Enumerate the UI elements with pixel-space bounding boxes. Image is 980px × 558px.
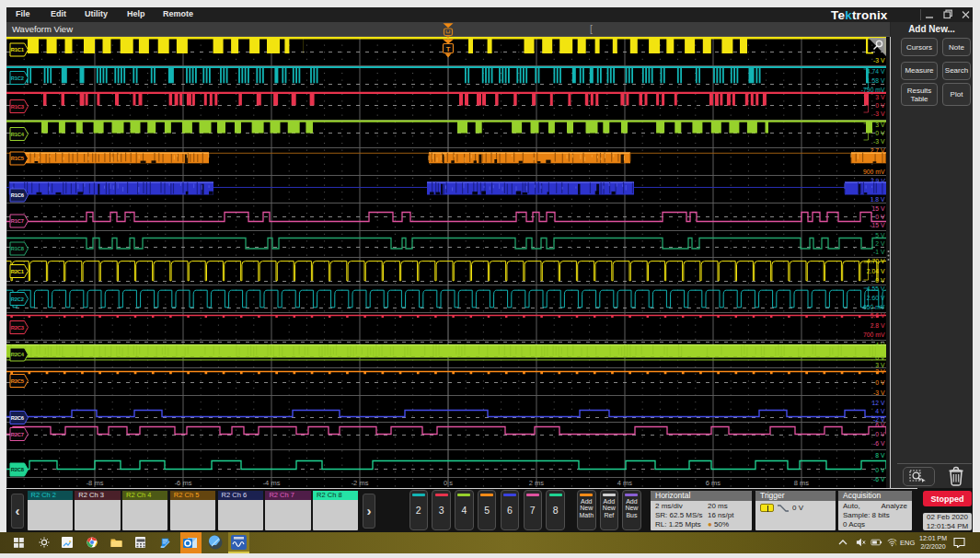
svg-text:R1C2: R1C2 [11, 76, 24, 81]
svg-text:2 ms: 2 ms [529, 479, 545, 487]
svg-text:R2C3: R2C3 [11, 325, 25, 331]
svg-text:2.60 V: 2.60 V [867, 295, 885, 301]
svg-text:4.70 V: 4.70 V [867, 258, 885, 264]
svg-text:650 mV: 650 mV [863, 304, 885, 310]
svg-text:4 V: 4 V [875, 408, 885, 414]
svg-text:2.7 V: 2.7 V [870, 147, 885, 154]
svg-text:-6 V: -6 V [873, 440, 885, 447]
svg-text:-6 ms: -6 ms [175, 479, 192, 487]
svg-text:-3 V: -3 V [873, 110, 885, 117]
svg-text:8 ms: 8 ms [794, 479, 810, 487]
svg-text:6 V: 6 V [875, 422, 885, 428]
svg-text:R1C8: R1C8 [11, 246, 25, 251]
svg-text:R2C8: R2C8 [11, 467, 25, 472]
svg-text:R1C7: R1C7 [11, 218, 24, 224]
svg-text:900 mV: 900 mV [863, 169, 885, 175]
svg-text:15 V: 15 V [872, 205, 885, 212]
svg-text:0 s: 0 s [444, 479, 453, 487]
svg-text:-790 mV: -790 mV [861, 87, 885, 93]
svg-text:3 V: 3 V [875, 94, 885, 100]
svg-text:R1C6: R1C6 [11, 192, 25, 198]
svg-text:1.8 V: 1.8 V [870, 196, 885, 203]
svg-text:R2C4: R2C4 [11, 352, 25, 357]
svg-text:-15 V: -15 V [870, 222, 885, 228]
svg-text:6 ms: 6 ms [706, 479, 721, 487]
svg-text:4 ms: 4 ms [617, 479, 633, 487]
svg-text:R1C5: R1C5 [11, 156, 25, 161]
svg-text:-1 V: -1 V [873, 249, 885, 255]
svg-text:0 V: 0 V [875, 467, 885, 473]
svg-text:R1C3: R1C3 [11, 104, 25, 110]
svg-text:R1C4: R1C4 [11, 132, 25, 137]
svg-text:0 V: 0 V [875, 355, 885, 361]
svg-text:R1C1: R1C1 [11, 47, 25, 52]
svg-text:700 mV: 700 mV [863, 331, 885, 338]
svg-text:R2C2: R2C2 [11, 296, 24, 302]
svg-text:R2C5: R2C5 [11, 378, 25, 384]
svg-text:4.55 V: 4.55 V [867, 285, 885, 292]
svg-text:-2 ms: -2 ms [352, 479, 369, 487]
svg-text:0 V: 0 V [875, 277, 885, 284]
svg-text:12 V: 12 V [872, 400, 885, 406]
svg-text:0 V: 0 V [875, 102, 885, 109]
svg-text:-3 V: -3 V [873, 138, 885, 145]
svg-text:2.04 V: 2.04 V [867, 268, 885, 274]
svg-text:T: T [446, 45, 451, 53]
svg-text:-4 ms: -4 ms [263, 479, 281, 487]
svg-text:4 V: 4 V [875, 342, 885, 348]
svg-text:8 V: 8 V [875, 452, 885, 459]
svg-text:1.58 V: 1.58 V [867, 77, 885, 84]
svg-text:5.6 V: 5.6 V [870, 312, 885, 319]
svg-text:R2C1: R2C1 [11, 269, 25, 274]
svg-text:0 V: 0 V [875, 431, 885, 437]
svg-text:3 V: 3 V [875, 368, 885, 375]
svg-text:0 V: 0 V [875, 214, 885, 220]
svg-text:4.74 V: 4.74 V [867, 68, 885, 75]
svg-text:-3 V: -3 V [873, 389, 885, 396]
svg-text:-8 ms: -8 ms [86, 479, 104, 487]
svg-text:2.8 V: 2.8 V [870, 322, 885, 329]
svg-text:R2C6: R2C6 [11, 415, 25, 421]
svg-text:R2C7: R2C7 [11, 432, 24, 437]
svg-text:3 V: 3 V [875, 122, 885, 128]
svg-text:-3 V: -3 V [873, 57, 885, 64]
svg-text:0 V: 0 V [875, 379, 885, 386]
svg-text:5 V: 5 V [875, 232, 885, 238]
svg-text:3.9 V: 3.9 V [870, 178, 886, 184]
svg-text:2 V: 2 V [875, 240, 885, 247]
svg-text:-6 V: -6 V [873, 476, 885, 482]
svg-text:0 V: 0 V [875, 130, 885, 136]
